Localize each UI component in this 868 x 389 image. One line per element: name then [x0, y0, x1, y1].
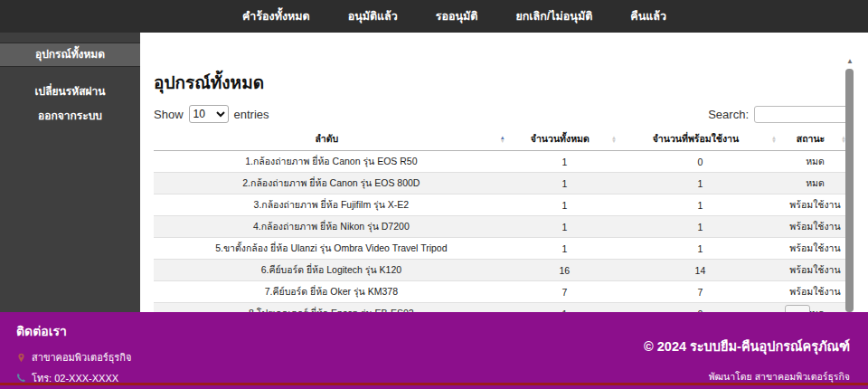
- location-pin-icon: [16, 353, 26, 363]
- show-label: Show: [154, 108, 184, 121]
- column-header-label: ลำดับ: [315, 133, 338, 144]
- top-navigation-bar: คำร้องทั้งหมด อนุมัติแล้ว รออนุมัติ ยกเล…: [0, 0, 868, 33]
- column-header[interactable]: จำนวนที่พร้อมใช้งาน ▲▼: [620, 128, 780, 151]
- equipment-table-wrap: ลำดับ ▲▼ จำนวนทั้งหมด ▲▼ จำนวนที่พร้อมใช…: [154, 128, 850, 312]
- table-controls: Show 10 entries Search:: [154, 105, 850, 123]
- table-row: 7.คีย์บอร์ด ยี่ห้อ Oker รุ่น KM378 7 7 พ…: [154, 281, 850, 303]
- status-cell: หมด: [780, 173, 850, 194]
- page-length-control: Show 10 entries: [154, 105, 269, 123]
- search-input[interactable]: [754, 106, 850, 123]
- search-control: Search:: [708, 106, 850, 123]
- available-qty-cell: 1: [620, 238, 780, 260]
- total-qty-cell: 1: [509, 216, 620, 238]
- footer-contact-block: ติดต่อเรา สาขาคอมพิวเตอร์ธุรกิจ โทร: 02-…: [16, 321, 155, 389]
- total-qty-cell: 1: [509, 173, 620, 194]
- equipment-table: ลำดับ ▲▼ จำนวนทั้งหมด ▲▼ จำนวนที่พร้อมใช…: [154, 128, 850, 312]
- status-cell: พร้อมใช้งาน: [780, 194, 850, 216]
- column-header[interactable]: จำนวนทั้งหมด ▲▼: [509, 128, 620, 151]
- item-name-cell: 5.ขาตั้งกล้อง ยี่ห้อ Ulanzi รุ่น Ombra V…: [154, 238, 509, 260]
- table-row: 1.กล้องถ่ายภาพ ยี่ห้อ Canon รุ่น EOS R50…: [154, 151, 850, 173]
- topnav-item[interactable]: ยกเลิก/ไม่อนุมัติ: [515, 7, 592, 25]
- table-row: 8.โปรเจคเตอร์ ยี่ห้อ Epson รุ่น EB-ES02 …: [154, 303, 850, 313]
- column-header[interactable]: ลำดับ ▲▼: [154, 128, 509, 151]
- available-qty-cell: 1: [620, 216, 780, 238]
- vertical-scrollbar: ▲: [845, 56, 854, 312]
- scrollbar-thumb[interactable]: [845, 69, 854, 312]
- column-header-label: สถานะ: [797, 133, 825, 144]
- page-length-select[interactable]: 10: [189, 105, 229, 123]
- column-header-label: จำนวนที่พร้อมใช้งาน: [653, 133, 739, 144]
- total-qty-cell: 16: [509, 260, 620, 281]
- status-cell: พร้อมใช้งาน: [780, 281, 850, 303]
- total-qty-cell: 1: [509, 303, 620, 313]
- total-qty-cell: 1: [509, 238, 620, 260]
- sidebar-item[interactable]: ออกจากระบบ: [0, 105, 140, 129]
- table-row: 2.กล้องถ่ายภาพ ยี่ห้อ Canon รุ่น EOS 800…: [154, 173, 850, 194]
- item-name-cell: 4.กล้องถ่ายภาพ ยี่ห้อ Nikon รุ่น D7200: [154, 216, 509, 238]
- footer-credits-block: © 2024 ระบบยืม-คืนอุปกรณ์ครุภัณฑ์ พัฒนาโ…: [644, 336, 850, 384]
- main-content: อุปกรณ์ทั้งหมด Show 10 entries Search:: [140, 33, 868, 312]
- available-qty-cell: 1: [620, 194, 780, 216]
- app-window: คำร้องทั้งหมด อนุมัติแล้ว รออนุมัติ ยกเล…: [0, 0, 868, 389]
- status-cell: พร้อมใช้งาน: [780, 238, 850, 260]
- sort-icon: ▲▼: [771, 135, 777, 143]
- sort-icon: ▲▼: [611, 135, 617, 143]
- copyright-text: © 2024 ระบบยืม-คืนอุปกรณ์ครุภัณฑ์: [644, 336, 850, 356]
- total-qty-cell: 7: [509, 281, 620, 303]
- item-name-cell: 7.คีย์บอร์ด ยี่ห้อ Oker รุ่น KM378: [154, 281, 509, 303]
- contact-line-text: สาขาคอมพิวเตอร์ธุรกิจ: [32, 349, 131, 365]
- topnav-item[interactable]: อนุมัติแล้ว: [348, 7, 398, 25]
- available-qty-cell: 0: [620, 151, 780, 173]
- total-qty-cell: 1: [509, 194, 620, 216]
- topnav-item[interactable]: คืนแล้ว: [630, 7, 666, 25]
- table-row: 4.กล้องถ่ายภาพ ยี่ห้อ Nikon รุ่น D7200 1…: [154, 216, 850, 238]
- table-row: 3.กล้องถ่ายภาพ ยี่ห้อ Fujifilm รุ่น X-E2…: [154, 194, 850, 216]
- topnav-item[interactable]: รออนุมัติ: [436, 7, 478, 25]
- sort-icon: ▲▼: [500, 135, 505, 143]
- available-qty-cell: 7: [620, 281, 780, 303]
- table-body: 1.กล้องถ่ายภาพ ยี่ห้อ Canon รุ่น EOS R50…: [154, 151, 850, 313]
- item-name-cell: 6.คีย์บอร์ด ยี่ห้อ Logitech รุ่น K120: [154, 260, 509, 281]
- table-header-row: ลำดับ ▲▼ จำนวนทั้งหมด ▲▼ จำนวนที่พร้อมใช…: [154, 128, 850, 151]
- footer-accent-line: [0, 383, 868, 385]
- page-title: อุปกรณ์ทั้งหมด: [154, 69, 850, 96]
- pagination-button-partial[interactable]: [785, 305, 810, 312]
- search-label: Search:: [708, 108, 749, 121]
- scroll-up-arrow-icon[interactable]: ▲: [845, 56, 854, 67]
- item-name-cell: 8.โปรเจคเตอร์ ยี่ห้อ Epson รุ่น EB-ES02: [154, 303, 509, 313]
- contact-title: ติดต่อเรา: [16, 321, 155, 341]
- status-cell: พร้อมใช้งาน: [780, 216, 850, 238]
- table-row: 6.คีย์บอร์ด ยี่ห้อ Logitech รุ่น K120 16…: [154, 260, 850, 281]
- phone-icon: [16, 373, 26, 383]
- status-cell: หมด: [780, 151, 850, 173]
- sidebar-item[interactable]: เปลี่ยนรหัสผ่าน: [0, 81, 140, 105]
- sidebar: อุปกรณ์ทั้งหมด เปลี่ยนรหัสผ่าน ออกจากระบ…: [0, 33, 140, 312]
- item-name-cell: 2.กล้องถ่ายภาพ ยี่ห้อ Canon รุ่น EOS 800…: [154, 173, 509, 194]
- footer: ติดต่อเรา สาขาคอมพิวเตอร์ธุรกิจ โทร: 02-…: [0, 312, 868, 389]
- topnav-item[interactable]: คำร้องทั้งหมด: [242, 7, 310, 25]
- sidebar-item[interactable]: อุปกรณ์ทั้งหมด: [0, 43, 140, 67]
- available-qty-cell: 1: [620, 173, 780, 194]
- status-cell: พร้อมใช้งาน: [780, 260, 850, 281]
- table-row: 5.ขาตั้งกล้อง ยี่ห้อ Ulanzi รุ่น Ombra V…: [154, 238, 850, 260]
- entries-label: entries: [234, 108, 269, 121]
- available-qty-cell: 0: [620, 303, 780, 313]
- available-qty-cell: 14: [620, 260, 780, 281]
- column-header-label: จำนวนทั้งหมด: [531, 133, 590, 144]
- contact-line-department: สาขาคอมพิวเตอร์ธุรกิจ: [16, 349, 155, 365]
- total-qty-cell: 1: [509, 151, 620, 173]
- item-name-cell: 3.กล้องถ่ายภาพ ยี่ห้อ Fujifilm รุ่น X-E2: [154, 194, 509, 216]
- item-name-cell: 1.กล้องถ่ายภาพ ยี่ห้อ Canon รุ่น EOS R50: [154, 151, 509, 173]
- column-header[interactable]: สถานะ ▲▼: [780, 128, 850, 151]
